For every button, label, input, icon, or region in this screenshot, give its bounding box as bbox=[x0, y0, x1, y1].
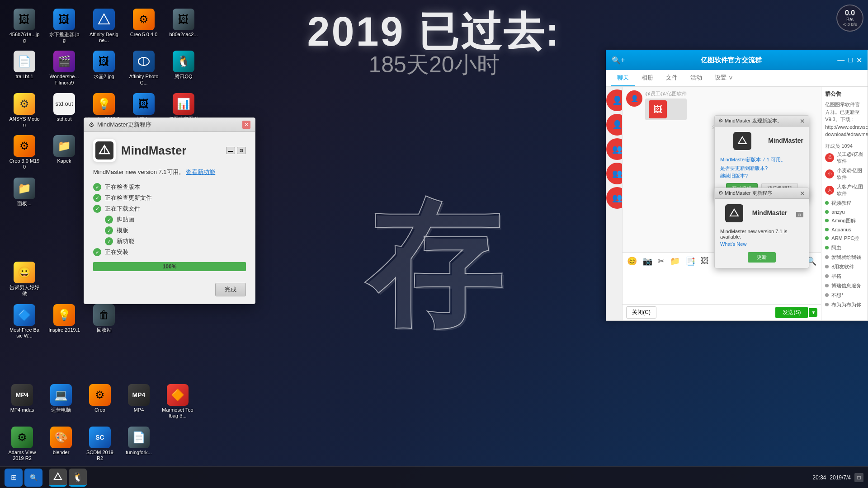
qq-header: 🔍 + 亿图软件官方交流群 — □ ✕ bbox=[606, 50, 868, 70]
member-row-9[interactable]: 阿虫 bbox=[825, 243, 864, 253]
desktop-icon-yunyingdiannao[interactable]: 💻 运营电脑 bbox=[43, 382, 79, 421]
mini-version-text-2: MindMaster new version 7.1 is available. bbox=[720, 229, 803, 239]
desktop-icon-mp4-3[interactable]: MP4 MP4 bbox=[121, 382, 156, 421]
desktop-icon-adams[interactable]: ⚙ Adams View 2019 R2 bbox=[5, 425, 40, 463]
desktop-icon-mianbang[interactable]: 📁 面板... bbox=[7, 176, 42, 214]
taskbar-cortana[interactable]: 🔍 bbox=[24, 469, 42, 487]
mini-update-link-1[interactable]: 是否要更新到新版本? bbox=[720, 165, 803, 172]
member-row-6[interactable]: Aming图解 bbox=[825, 216, 864, 225]
taskbar-app-qq[interactable]: 🐧 bbox=[69, 469, 87, 487]
tool-scissors-icon[interactable]: ✂ bbox=[657, 255, 665, 267]
member-row-12[interactable]: 毕拓 bbox=[825, 272, 864, 281]
member-row-4[interactable]: 视频教程 bbox=[825, 198, 864, 208]
mini-update-button[interactable]: 更新 bbox=[748, 252, 776, 263]
qq-avatar-2[interactable]: 👤 bbox=[606, 114, 623, 136]
desktop-icon-kettle2[interactable]: 🖼 水壶2.jpg bbox=[86, 49, 122, 87]
mini-whats-new-link[interactable]: What's New bbox=[720, 241, 803, 247]
tool-emoji-icon[interactable]: 😊 bbox=[626, 255, 638, 267]
member-row-11[interactable]: 8用友软件 bbox=[825, 262, 864, 272]
mini-restore-icon[interactable]: ⊡ bbox=[796, 212, 803, 217]
mini-dialog-1-title: ⚙ MindMaster 发现新版本。 bbox=[718, 117, 782, 124]
qq-avatar-1[interactable]: 👤 1 bbox=[606, 89, 623, 111]
icon-img-inspire2019: 💡 bbox=[53, 304, 75, 326]
desktop-icon-creo3[interactable]: ⚙ Creo 3.0 M190 bbox=[7, 133, 42, 172]
bottom-icons: MP4 MP4 mdas 💻 运营电脑 ⚙ Creo MP4 MP4 🔶 Mar… bbox=[5, 382, 203, 463]
tool-folder-icon[interactable]: 📁 bbox=[669, 255, 681, 267]
mini-dialog-2-close[interactable]: ✕ bbox=[800, 190, 805, 197]
mini-dialog-2-titlebar: ⚙ MindMaster 更新程序 ✕ bbox=[715, 188, 809, 199]
chat-msg-bubble-1: 🖼 bbox=[645, 99, 686, 120]
member-row-8[interactable]: ARM PPC控 bbox=[825, 234, 864, 243]
desktop-icon-trash[interactable]: 🗑 回收站 bbox=[86, 302, 122, 341]
desktop-icon-creo-2[interactable]: ⚙ Creo bbox=[82, 382, 118, 421]
tool-image-icon[interactable]: 🖼 bbox=[700, 255, 710, 267]
qq-add-icon[interactable]: + bbox=[621, 56, 625, 64]
dialog-minimize[interactable]: ▬ bbox=[226, 147, 235, 154]
desktop-icon-5[interactable]: 🖼 b80a2cac2... bbox=[166, 7, 201, 45]
member-row-7[interactable]: Aquarius bbox=[825, 225, 864, 234]
qq-tab-album[interactable]: 相册 bbox=[635, 70, 660, 86]
member-row-5[interactable]: anzyu bbox=[825, 208, 864, 216]
desktop-icon-sc4m[interactable]: SC SCDM 2019 R2 bbox=[82, 425, 118, 463]
desktop-icon-blender[interactable]: 🎨 blender bbox=[43, 425, 79, 463]
tool-document-icon[interactable]: 📑 bbox=[684, 255, 696, 267]
qq-tab-settings[interactable]: 设置 ∨ bbox=[708, 70, 740, 86]
show-desktop-button[interactable]: □ bbox=[854, 473, 863, 482]
qq-maximize-icon[interactable]: □ bbox=[848, 56, 853, 64]
member-status-5 bbox=[825, 210, 829, 214]
send-dropdown-button[interactable]: ▼ bbox=[809, 308, 817, 317]
send-button[interactable]: 发送(S) bbox=[775, 307, 808, 318]
dialog-title-text: MindMaster更新程序 bbox=[97, 121, 151, 129]
qq-search-icon[interactable]: 🔍 bbox=[612, 56, 621, 65]
desktop-icon-kapek[interactable]: 📁 Kapek bbox=[47, 133, 82, 172]
desktop-icon-affinity-photo[interactable]: Affinity Photo C... bbox=[126, 49, 161, 87]
finish-button[interactable]: 完成 bbox=[215, 283, 246, 296]
desktop-icon-2[interactable]: 🖼 水下推进器.jpg bbox=[47, 7, 82, 45]
desktop-icon-ansys[interactable]: ⚙ ANSYS Motion bbox=[7, 91, 42, 130]
desktop-icon-qq[interactable]: 🐧 腾讯QQ bbox=[166, 49, 201, 87]
desktop-icon-tuningfork[interactable]: 📄 tuningfork... bbox=[121, 425, 156, 463]
desktop-icon-mp4-2[interactable]: MP4 MP4 mdas bbox=[5, 382, 40, 421]
qq-avatar-5[interactable]: 👥 bbox=[606, 187, 623, 209]
qq-tab-chat[interactable]: 聊天 bbox=[611, 70, 635, 86]
taskbar-app-mindmaster[interactable] bbox=[49, 469, 67, 487]
qq-tab-file[interactable]: 文件 bbox=[660, 70, 684, 86]
member-row-3[interactable]: 大 大客户/亿图软件 bbox=[825, 182, 864, 198]
desktop-icon-marmoset[interactable]: 🔶 Marmoset Toolbag 3... bbox=[160, 382, 195, 421]
qq-avatar-3[interactable]: 👥 bbox=[606, 138, 623, 160]
member-row-14[interactable]: 不想* bbox=[825, 291, 864, 300]
member-row-2[interactable]: 小 小麦@亿图软件 bbox=[825, 166, 864, 182]
qq-tab-activity[interactable]: 活动 bbox=[684, 70, 708, 86]
update-link[interactable]: 查看新功能 bbox=[186, 169, 215, 175]
desktop-icon-inspire2019[interactable]: 💡 Inspire 2019.1 bbox=[47, 302, 82, 341]
qq-close-icon[interactable]: ✕ bbox=[856, 56, 862, 65]
speed-unit: B/s bbox=[846, 17, 854, 22]
dialog-close-button[interactable]: ✕ bbox=[242, 121, 250, 129]
tool-screenshot-icon[interactable]: 📷 bbox=[642, 255, 653, 267]
desktop-icon-meshfree[interactable]: 🔷 MeshFree Basic W... bbox=[7, 302, 42, 341]
member-row-10[interactable]: 爱我就给我钱 bbox=[825, 253, 864, 262]
desktop-icon-trail[interactable]: 📄 trail.bt.1 bbox=[7, 49, 42, 87]
desktop-icon-1[interactable]: 🖼 456b761a...jpg bbox=[7, 7, 42, 45]
desktop-icon-happy[interactable]: 😀 告诉男人好好做 bbox=[7, 260, 42, 298]
desktop-icon-affinity-designer[interactable]: Affinity Designe... bbox=[86, 7, 122, 45]
qq-message-input[interactable] bbox=[626, 272, 817, 299]
member-row-15[interactable]: 布为为布为你 bbox=[825, 300, 864, 310]
mini-stay-link-1[interactable]: 继续旧版本? bbox=[720, 173, 803, 179]
close-chat-button[interactable]: 关闭(C) bbox=[626, 306, 656, 319]
member-row-13[interactable]: 博瑞信息服务 bbox=[825, 281, 864, 291]
qq-minimize-icon[interactable]: — bbox=[837, 56, 844, 64]
mini-dialog-1-close[interactable]: ✕ bbox=[800, 118, 805, 124]
mini-dialog-2-body: MindMaster ⊡ MindMaster new version 7.1 … bbox=[715, 199, 809, 268]
icon-label-marmoset: Marmoset Toolbag 3... bbox=[162, 407, 193, 419]
svg-marker-0 bbox=[99, 14, 109, 24]
taskbar-start[interactable]: ⊞ bbox=[5, 469, 23, 487]
icon-label-blender: blender bbox=[53, 450, 70, 455]
mini-logo-2 bbox=[725, 204, 743, 222]
member-row-1[interactable]: 员 员工@/亿图软件 bbox=[825, 150, 864, 166]
desktop-icon-creo[interactable]: ⚙ Creo 5.0.4.0 bbox=[126, 7, 161, 45]
dialog-maximize[interactable]: ⊡ bbox=[237, 147, 246, 154]
desktop-icon-stdout[interactable]: std.out std.out bbox=[47, 91, 82, 130]
desktop-icon-filmora[interactable]: 🎬 Wondershe...Filmora9 bbox=[47, 49, 82, 87]
qq-avatar-4[interactable]: 👥 bbox=[606, 163, 623, 184]
